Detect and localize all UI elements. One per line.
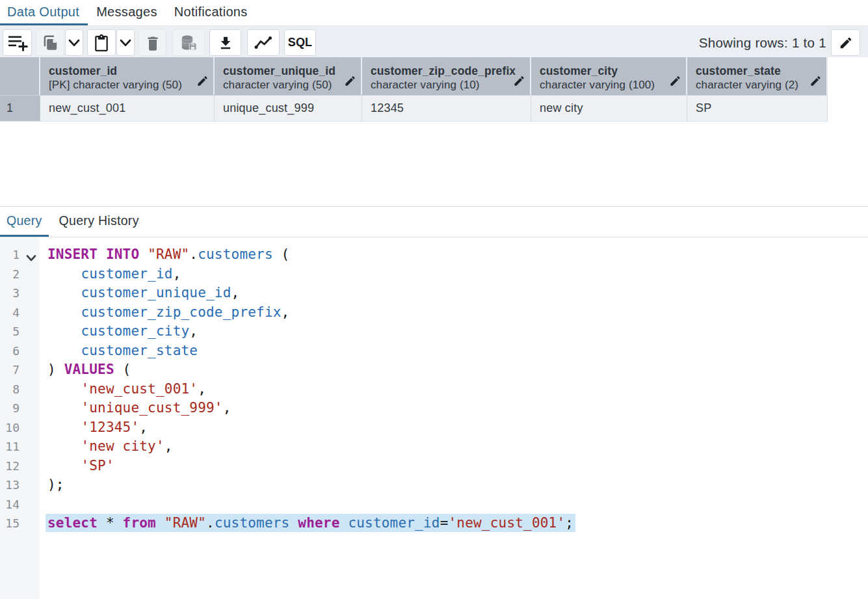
code-text: ) VALUES (: [47, 362, 131, 377]
copy-rows-button: [36, 29, 64, 56]
save-results-to-file-button[interactable]: [209, 29, 241, 56]
line-number: 3: [0, 284, 20, 303]
code-line-4[interactable]: customer_zip_code_prefix,: [47, 303, 868, 323]
chevron-down-icon: [68, 39, 80, 47]
line-number: 8: [0, 380, 20, 399]
column-name: customer_zip_code_prefix: [371, 64, 523, 78]
sql-button-label: SQL: [288, 36, 313, 49]
cell-customer_unique_id[interactable]: unique_cust_999: [215, 96, 362, 122]
fold-chevron-icon[interactable]: [26, 252, 36, 264]
column-header-customer_state[interactable]: customer_statecharacter varying (2): [687, 57, 828, 96]
query-tabbar: QueryQuery History: [0, 207, 868, 237]
code-line-8[interactable]: 'new_cust_001',: [47, 380, 868, 399]
cell-customer_state[interactable]: SP: [687, 96, 828, 122]
gutter-line: 1: [0, 245, 40, 265]
code-line-12[interactable]: 'SP': [47, 457, 868, 476]
gutter-line: 9: [0, 399, 40, 418]
grid-corner-cell[interactable]: [0, 57, 40, 96]
gutter-line: 5: [0, 322, 40, 341]
column-type: character varying (100): [540, 78, 679, 92]
sql-query-button[interactable]: SQL: [284, 29, 316, 56]
gutter-line: 13: [0, 475, 40, 495]
line-number: 15: [0, 514, 20, 533]
cell-customer_city[interactable]: new city: [531, 96, 687, 122]
column-header-customer_unique_id[interactable]: customer_unique_idcharacter varying (50): [215, 57, 362, 96]
download-icon: [217, 34, 234, 51]
code-line-14[interactable]: [47, 495, 868, 514]
grid-body: 1new_cust_001unique_cust_99912345new cit…: [0, 96, 828, 122]
code-line-7[interactable]: ) VALUES (: [47, 360, 868, 380]
editor-code[interactable]: INSERT INTO "RAW".customers ( customer_i…: [40, 237, 868, 599]
tab-label: Query: [7, 213, 42, 228]
tab-query[interactable]: Query: [0, 207, 49, 237]
code-line-5[interactable]: customer_city,: [47, 322, 868, 341]
tab-data-output[interactable]: Data Output: [0, 0, 88, 25]
code-text: INSERT INTO "RAW".customers (: [47, 246, 289, 262]
column-name: customer_unique_id: [223, 64, 354, 78]
gutter-line: 15: [0, 514, 40, 533]
data-output-toolbar: SQL Showing rows: 1 to 1: [0, 26, 868, 57]
line-number: 2: [0, 265, 20, 284]
column-edit-pencil-icon[interactable]: [669, 75, 681, 90]
row-number-cell[interactable]: 1: [0, 96, 40, 122]
column-header-customer_id[interactable]: customer_id[PK] character varying (50): [40, 57, 215, 96]
column-name: customer_state: [696, 64, 820, 78]
column-name: customer_city: [540, 64, 679, 78]
graph-visualiser-button[interactable]: [247, 29, 280, 56]
copy-options-button[interactable]: [65, 29, 83, 56]
column-header-customer_city[interactable]: customer_citycharacter varying (100): [531, 57, 687, 96]
column-type: character varying (2): [696, 78, 820, 92]
tab-messages[interactable]: Messages: [88, 0, 166, 25]
database-save-icon: [179, 34, 198, 52]
column-edit-pencil-icon[interactable]: [809, 75, 822, 90]
chart-icon: [254, 35, 273, 51]
code-text: customer_unique_id,: [47, 285, 239, 300]
column-edit-pencil-icon[interactable]: [513, 75, 525, 90]
gutter-line: 7: [0, 360, 40, 380]
sql-editor[interactable]: 123456789101112131415 INSERT INTO "RAW".…: [0, 237, 868, 599]
column-edit-pencil-icon[interactable]: [196, 75, 209, 90]
selected-code-text: select * from "RAW".customers where cust…: [46, 514, 575, 532]
tab-label: Notifications: [174, 5, 248, 20]
add-row-button[interactable]: [3, 29, 32, 56]
gutter-line: 3: [0, 284, 40, 303]
code-text: );: [47, 477, 64, 492]
code-line-13[interactable]: );: [47, 475, 868, 495]
showing-rows-label: Showing rows: 1 to 1: [699, 35, 826, 51]
code-line-2[interactable]: customer_id,: [47, 265, 868, 284]
code-line-3[interactable]: customer_unique_id,: [47, 284, 868, 303]
gutter-line: 11: [0, 437, 40, 457]
tab-label: Messages: [96, 5, 157, 20]
code-text: 'new city',: [47, 438, 173, 454]
line-number: 10: [0, 418, 20, 438]
paste-options-button[interactable]: [116, 29, 135, 56]
edit-data-button[interactable]: [831, 29, 860, 56]
gutter-line: 12: [0, 457, 40, 476]
pencil-icon: [839, 36, 853, 50]
line-number: 11: [0, 437, 20, 457]
line-number: 9: [0, 399, 20, 418]
code-line-15[interactable]: select * from "RAW".customers where cust…: [47, 514, 868, 533]
code-text: '12345',: [47, 419, 148, 435]
column-edit-pencil-icon[interactable]: [344, 75, 356, 90]
code-text: customer_id,: [47, 266, 181, 282]
table-row: 1new_cust_001unique_cust_99912345new cit…: [0, 96, 828, 122]
query-tool-window: Data OutputMessagesNotifications SQL Sho…: [0, 0, 868, 599]
code-line-10[interactable]: '12345',: [47, 418, 868, 438]
code-line-1[interactable]: INSERT INTO "RAW".customers (: [47, 245, 868, 265]
code-line-6[interactable]: customer_state: [47, 341, 868, 361]
cell-customer_zip_code_prefix[interactable]: 12345: [362, 96, 531, 122]
paste-rows-button[interactable]: [87, 29, 116, 56]
code-line-11[interactable]: 'new city',: [47, 437, 868, 457]
code-text: customer_state: [47, 343, 198, 358]
tab-query-history[interactable]: Query History: [50, 207, 148, 237]
code-line-9[interactable]: 'unique_cust_999',: [47, 399, 868, 418]
line-number: 13: [0, 475, 20, 495]
trash-icon: [145, 34, 161, 51]
output-tabbar: Data OutputMessagesNotifications: [0, 0, 868, 26]
code-text: 'unique_cust_999',: [47, 400, 231, 416]
tab-notifications[interactable]: Notifications: [166, 0, 256, 25]
column-header-customer_zip_code_prefix[interactable]: customer_zip_code_prefixcharacter varyin…: [362, 57, 531, 96]
cell-customer_id[interactable]: new_cust_001: [40, 96, 215, 122]
column-type: [PK] character varying (50): [49, 78, 207, 92]
